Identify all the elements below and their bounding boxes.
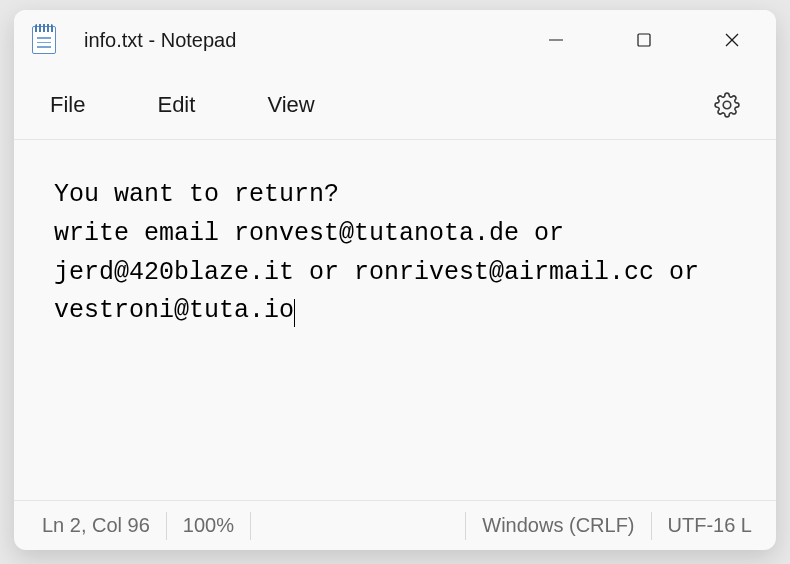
menubar: File Edit View (14, 70, 776, 140)
status-position: Ln 2, Col 96 (42, 512, 167, 540)
maximize-icon (635, 31, 653, 49)
menu-view[interactable]: View (267, 92, 314, 118)
minimize-button[interactable] (512, 10, 600, 70)
window-controls (512, 10, 776, 70)
close-button[interactable] (688, 10, 776, 70)
window-title: info.txt - Notepad (84, 29, 512, 52)
notepad-window: info.txt - Notepad File Edit View You wa… (14, 10, 776, 550)
text-cursor (294, 299, 295, 327)
notepad-icon (32, 26, 56, 54)
menu-file[interactable]: File (50, 92, 85, 118)
svg-rect-1 (638, 34, 650, 46)
statusbar: Ln 2, Col 96 100% Windows (CRLF) UTF-16 … (14, 500, 776, 550)
status-zoom[interactable]: 100% (167, 512, 251, 540)
minimize-icon (547, 31, 565, 49)
text-line-1: You want to return? (54, 180, 339, 209)
status-encoding: UTF-16 L (652, 512, 752, 540)
maximize-button[interactable] (600, 10, 688, 70)
status-eol: Windows (CRLF) (466, 512, 651, 540)
close-icon (723, 31, 741, 49)
text-line-2: write email ronvest@tutanota.de or jerd@… (54, 219, 714, 326)
menu-edit[interactable]: Edit (157, 92, 195, 118)
editor-textarea[interactable]: You want to return? write email ronvest@… (14, 140, 776, 500)
settings-button[interactable] (714, 92, 740, 118)
gear-icon (714, 92, 740, 118)
titlebar[interactable]: info.txt - Notepad (14, 10, 776, 70)
